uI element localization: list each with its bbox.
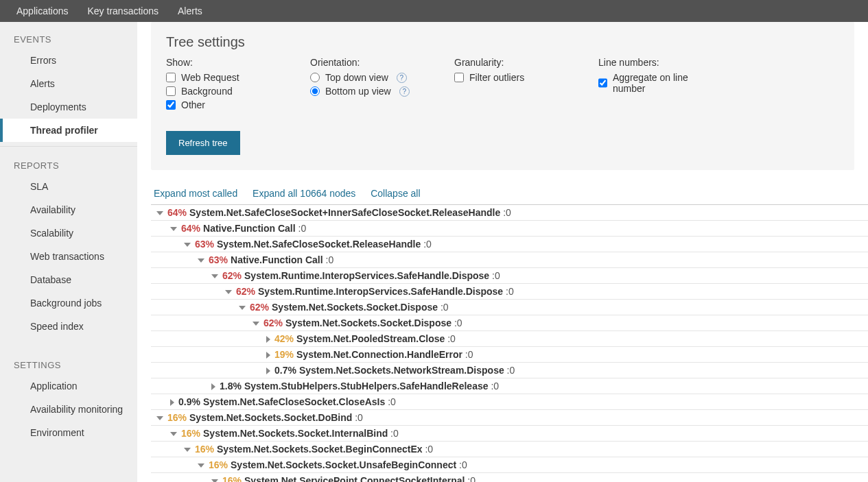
tree-row[interactable]: 63%System.Net.SafeCloseSocket.ReleaseHan…: [151, 236, 868, 252]
collapse-icon[interactable]: [211, 479, 218, 482]
collapse-icon[interactable]: [253, 322, 259, 326]
tree-row[interactable]: 62%System.Runtime.InteropServices.SafeHa…: [151, 267, 868, 283]
filter-outliers-option[interactable]: Filter outliers: [454, 72, 557, 83]
sidebar-item-speed-index[interactable]: Speed index: [0, 315, 137, 338]
collapse-icon[interactable]: [198, 463, 204, 468]
filter-outliers-checkbox[interactable]: [454, 73, 464, 82]
collapse-icon[interactable]: [239, 306, 246, 310]
sidebar-item-availability-monitoring[interactable]: Availability monitoring: [0, 398, 137, 421]
tree-node-name: System.Net.PooledStream.Close: [296, 333, 445, 344]
topnav-item-applications[interactable]: Applications: [7, 0, 78, 22]
tree-settings-panel: Tree settings Show: Web RequestBackgroun…: [151, 22, 854, 170]
collapse-icon[interactable]: [184, 243, 191, 247]
tree-row[interactable]: 63%Native.Function Call :0: [151, 252, 868, 267]
tree-row[interactable]: 62%System.Net.Sockets.Socket.Dispose :0: [151, 315, 868, 330]
collapse-icon[interactable]: [156, 416, 163, 420]
tree-node-suffix: :0: [465, 475, 476, 482]
expand-icon[interactable]: [266, 336, 270, 343]
sidebar-item-availability[interactable]: Availability: [0, 198, 137, 221]
show-option-web-request[interactable]: Web Request: [166, 72, 269, 83]
sidebar-item-database[interactable]: Database: [0, 268, 137, 291]
show-option-other[interactable]: Other: [166, 99, 269, 110]
sidebar-item-deployments[interactable]: Deployments: [0, 95, 137, 119]
tree-row[interactable]: 16%System.Net.Sockets.Socket.UnsafeBegin…: [151, 457, 868, 472]
topnav-item-alerts[interactable]: Alerts: [168, 0, 212, 22]
sidebar-item-thread-profiler[interactable]: Thread profiler: [0, 119, 137, 142]
tree-node-name: Native.Function Call: [203, 223, 296, 234]
sidebar-item-application[interactable]: Application: [0, 374, 137, 398]
tree-percent: 16%: [209, 459, 228, 470]
tree-percent: 16%: [181, 428, 200, 439]
sidebar-item-sla[interactable]: SLA: [0, 175, 137, 198]
tree-percent: 0.7%: [274, 365, 296, 376]
filter-outliers-text: Filter outliers: [469, 72, 524, 83]
tree-node-name: System.Net.Sockets.Socket.DoBind: [189, 412, 352, 423]
sidebar-section-reports: REPORTS: [0, 154, 137, 175]
tree-node-name: Native.Function Call: [231, 254, 323, 265]
sidebar-item-environment[interactable]: Environment: [0, 421, 137, 444]
tree-row[interactable]: 0.9%System.Net.SafeCloseSocket.CloseAsIs…: [151, 394, 868, 409]
expand-all-link[interactable]: Expand all 10664 nodes: [253, 188, 355, 199]
aggregate-line-option[interactable]: Aggregate on line number: [598, 72, 708, 94]
tree-node-name: System.Runtime.InteropServices.SafeHandl…: [258, 286, 503, 297]
refresh-tree-button[interactable]: Refresh tree: [166, 131, 240, 155]
sidebar-item-background-jobs[interactable]: Background jobs: [0, 291, 137, 315]
tree-row[interactable]: 16%System.Net.ServicePoint.ConnectSocket…: [151, 472, 868, 482]
show-checkbox[interactable]: [166, 73, 176, 82]
orientation-option-text: Bottom up view: [325, 86, 391, 97]
main-content: Tree settings Show: Web RequestBackgroun…: [137, 22, 868, 482]
tree-row[interactable]: 62%System.Runtime.InteropServices.SafeHa…: [151, 283, 868, 299]
show-option-background[interactable]: Background: [166, 86, 269, 97]
tree-row[interactable]: 16%System.Net.Sockets.Socket.InternalBin…: [151, 425, 868, 441]
tree-row[interactable]: 19%System.Net.Connection.HandleError :0: [151, 346, 868, 362]
tree-row[interactable]: 16%System.Net.Sockets.Socket.BeginConnec…: [151, 441, 868, 457]
orientation-option-top-down-view[interactable]: Top down view?: [310, 72, 413, 83]
expand-icon[interactable]: [211, 383, 215, 390]
collapse-icon[interactable]: [184, 448, 191, 452]
collapse-icon[interactable]: [170, 227, 177, 231]
collapse-icon[interactable]: [225, 290, 232, 294]
tree-percent: 62%: [250, 302, 269, 313]
expand-icon[interactable]: [266, 367, 270, 374]
expand-icon[interactable]: [266, 352, 270, 359]
tree-actions: Expand most called Expand all 10664 node…: [151, 184, 868, 204]
aggregate-line-checkbox[interactable]: [598, 78, 607, 88]
tree-percent: 16%: [167, 412, 187, 423]
tree-node-name: System.Net.Sockets.Socket.Dispose: [285, 317, 451, 328]
tree-node-suffix: :0: [500, 207, 511, 218]
show-checkbox[interactable]: [166, 100, 176, 110]
collapse-icon[interactable]: [156, 211, 163, 215]
orientation-option-bottom-up-view[interactable]: Bottom up view?: [310, 86, 413, 97]
tree-node-suffix: :0: [421, 239, 432, 250]
tree-row[interactable]: 0.7%System.Net.Sockets.NetworkStream.Dis…: [151, 362, 868, 378]
expand-most-called-link[interactable]: Expand most called: [154, 188, 237, 199]
sidebar-item-errors[interactable]: Errors: [0, 49, 137, 72]
tree-row[interactable]: 1.8%System.StubHelpers.StubHelpers.SafeH…: [151, 378, 868, 394]
help-icon[interactable]: ?: [399, 86, 410, 97]
help-icon[interactable]: ?: [397, 73, 407, 83]
show-checkbox[interactable]: [166, 86, 176, 96]
expand-icon[interactable]: [170, 399, 174, 406]
orientation-option-text: Top down view: [325, 72, 388, 83]
tree-row[interactable]: 64%Native.Function Call :0: [151, 220, 868, 236]
topnav-item-key-transactions[interactable]: Key transactions: [78, 0, 169, 22]
collapse-icon[interactable]: [170, 432, 177, 436]
collapse-icon[interactable]: [198, 258, 204, 263]
tree-row[interactable]: 42%System.Net.PooledStream.Close :0: [151, 330, 868, 346]
tree-node-name: System.Net.Sockets.Socket.InternalBind: [203, 428, 388, 439]
tree-node-suffix: :0: [489, 381, 500, 391]
orientation-radio[interactable]: [310, 86, 320, 96]
tree-row[interactable]: 64%System.Net.SafeCloseSocket+InnerSafeC…: [151, 204, 868, 220]
tree-node-suffix: :0: [438, 302, 449, 313]
sidebar-item-alerts[interactable]: Alerts: [0, 72, 137, 95]
tree-row[interactable]: 16%System.Net.Sockets.Socket.DoBind :0: [151, 409, 868, 425]
orientation-radio[interactable]: [310, 73, 320, 82]
sidebar-item-web-transactions[interactable]: Web transactions: [0, 245, 137, 268]
tree-node-suffix: :0: [503, 286, 514, 297]
tree-node-name: System.Net.SafeCloseSocket.CloseAsIs: [203, 396, 385, 407]
tree-row[interactable]: 62%System.Net.Sockets.Socket.Dispose :0: [151, 299, 868, 315]
collapse-all-link[interactable]: Collapse all: [371, 188, 420, 199]
tree-percent: 16%: [195, 444, 214, 455]
sidebar-item-scalability[interactable]: Scalability: [0, 221, 137, 245]
collapse-icon[interactable]: [211, 274, 218, 278]
